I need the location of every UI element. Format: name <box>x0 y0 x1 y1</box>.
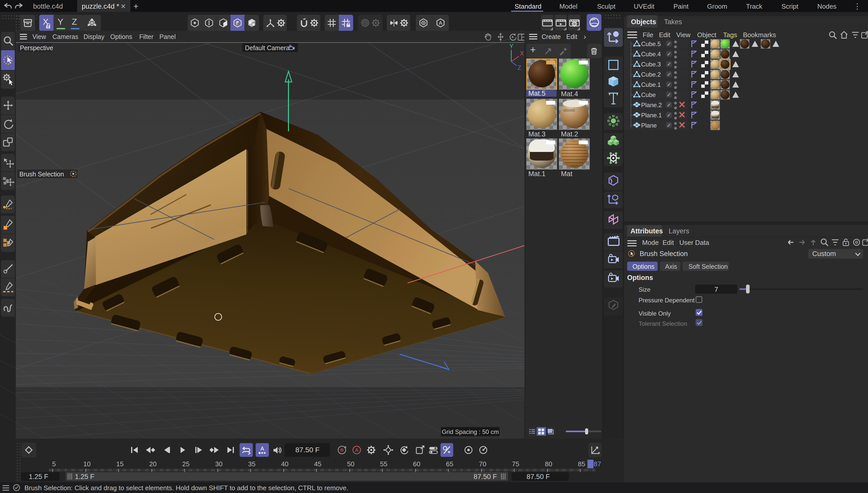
svg-text:Y: Y <box>509 43 513 50</box>
svg-text:Z: Z <box>517 64 521 71</box>
svg-text:A: A <box>260 445 264 452</box>
svg-text:A: A <box>355 447 359 453</box>
svg-text:X: X <box>520 50 524 57</box>
svg-text:A: A <box>439 20 442 26</box>
